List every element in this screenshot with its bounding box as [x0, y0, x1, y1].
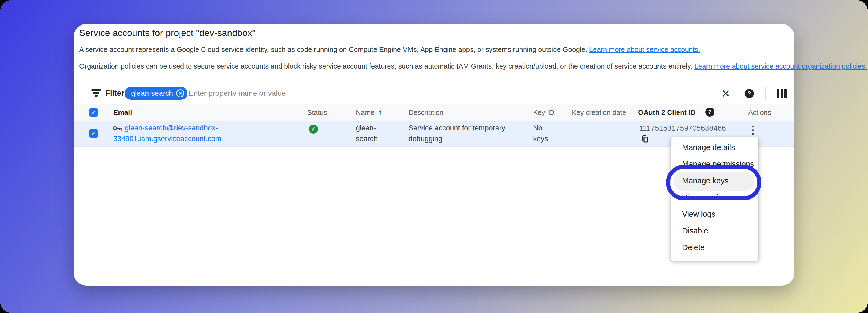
filter-toolbar: Filter glean-search ✕ ✕ ? — [73, 82, 795, 104]
column-header-status[interactable]: Status — [307, 108, 327, 117]
intro-text-2: Organization policies can be used to sec… — [79, 62, 694, 70]
description-cell-line1: Service account for temporary — [408, 124, 505, 132]
email-link-line2[interactable]: 334901.iam.gserviceaccount.com — [113, 135, 221, 143]
column-header-key-id[interactable]: Key ID — [533, 108, 554, 117]
filter-help-icon[interactable]: ? — [745, 89, 754, 98]
page-title: Service accounts for project "dev-sandbo… — [79, 28, 255, 38]
row-actions-more-icon[interactable]: ⋮ — [746, 122, 759, 138]
filter-input[interactable] — [189, 86, 538, 101]
column-header-description[interactable]: Description — [408, 108, 443, 117]
email-link-line1[interactable]: glean-search@dev-sandbox- — [125, 124, 218, 132]
select-all-checkbox[interactable]: ✓ — [89, 108, 98, 117]
column-header-key-creation-date[interactable]: Key creation date — [572, 108, 626, 117]
toolbar-right-icons: ✕ ? — [721, 82, 795, 105]
column-header-oauth2-client-id[interactable]: OAuth 2 Client ID — [638, 108, 695, 117]
filter-label: Filter — [105, 89, 124, 97]
name-cell-line1: glean- — [356, 124, 376, 132]
intro-paragraph-1: A service account represents a Google Cl… — [79, 46, 700, 54]
menu-item-view-logs[interactable]: View logs — [671, 206, 758, 222]
name-cell-line2: search — [356, 135, 378, 143]
filter-icon[interactable] — [91, 89, 101, 98]
menu-item-disable[interactable]: Disable — [671, 222, 758, 239]
service-account-key-icon — [113, 125, 122, 133]
oauth-client-id-value: 111751531759705638466 — [639, 124, 726, 133]
menu-item-manage-details[interactable]: Manage details — [671, 139, 758, 156]
toolbar-divider — [765, 87, 766, 100]
chip-remove-icon[interactable]: ✕ — [176, 89, 184, 97]
service-accounts-panel: Service accounts for project "dev-sandbo… — [73, 24, 795, 286]
row-checkbox[interactable]: ✓ — [89, 129, 98, 138]
description-cell-line2: debugging — [408, 135, 442, 143]
column-header-email[interactable]: Email — [113, 108, 132, 117]
key-id-cell-line1: No — [533, 124, 542, 132]
filter-chip-label: glean-search — [131, 89, 173, 97]
table-header-row: ✓ Email Status Name ↑ Description Key ID… — [73, 104, 795, 121]
copy-icon[interactable] — [641, 135, 649, 144]
column-header-name[interactable]: Name — [356, 108, 374, 117]
key-id-cell-line2: keys — [533, 135, 548, 143]
status-active-icon: ✓ — [309, 124, 318, 134]
intro-paragraph-2: Organization policies can be used to sec… — [79, 62, 867, 70]
sort-ascending-icon: ↑ — [378, 107, 382, 117]
clear-filter-icon[interactable]: ✕ — [721, 88, 730, 99]
column-display-options-icon[interactable] — [777, 89, 787, 98]
menu-item-view-metrics[interactable]: View metrics — [671, 189, 758, 206]
menu-item-manage-keys[interactable]: Manage keys — [671, 172, 758, 189]
learn-more-service-accounts-link[interactable]: Learn more about service accounts. — [589, 46, 700, 54]
oauth-help-icon[interactable]: ? — [705, 108, 714, 117]
intro-text-1: A service account represents a Google Cl… — [79, 46, 589, 54]
learn-more-org-policies-link[interactable]: Learn more about service account organiz… — [694, 62, 867, 70]
column-header-actions: Actions — [748, 108, 771, 117]
screenshot-stage: Service accounts for project "dev-sandbo… — [0, 0, 868, 313]
menu-item-manage-permissions[interactable]: Manage permissions — [671, 156, 758, 172]
filter-chip-glean-search[interactable]: glean-search ✕ — [125, 87, 187, 100]
menu-item-delete[interactable]: Delete — [671, 239, 758, 256]
row-actions-menu: Manage details Manage permissions Manage… — [671, 137, 758, 261]
